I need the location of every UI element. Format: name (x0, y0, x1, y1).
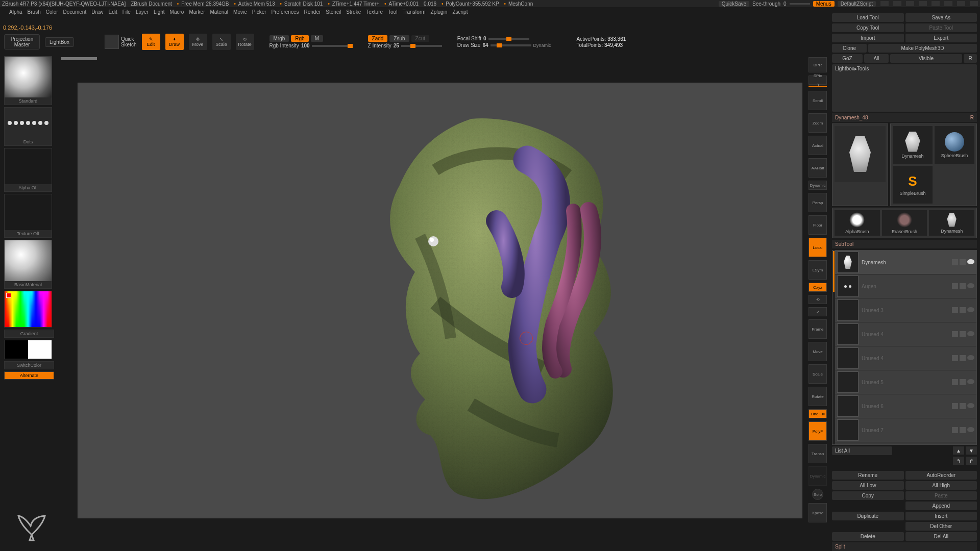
subtool-eye-icon[interactable] (967, 427, 974, 432)
menu-alpha[interactable]: Alpha (9, 9, 22, 15)
insert-button[interactable]: Insert (905, 512, 977, 520)
gradient-toggle[interactable]: Gradient (4, 330, 54, 338)
goz-button[interactable]: GoZ (832, 54, 863, 63)
make-polymesh3d-button[interactable]: Make PolyMesh3D (868, 44, 977, 53)
window-layout1-icon[interactable] (880, 1, 889, 6)
subtool-row[interactable]: Augen (835, 274, 976, 298)
color-gradient-icon[interactable] (5, 291, 52, 327)
subtool-brush-icon[interactable] (960, 283, 966, 289)
subtool-eye-icon[interactable] (967, 259, 974, 264)
subtool-paint-icon[interactable] (952, 259, 958, 265)
menu-document[interactable]: Document (63, 9, 87, 15)
copy-tool-button[interactable]: Copy Tool (832, 23, 904, 32)
linefill-toggle[interactable]: Line Fill (808, 409, 827, 418)
subtool-paint-icon[interactable] (952, 331, 958, 337)
subtool-paint-icon[interactable] (952, 427, 958, 433)
focal-shift-slider[interactable] (488, 38, 529, 40)
all-low-button[interactable]: All Low (832, 481, 904, 490)
menu-movie[interactable]: Movie (233, 9, 247, 15)
actual-button[interactable]: Actual (808, 136, 827, 155)
default-zscript[interactable]: DefaultZScript (838, 1, 876, 7)
stroke-tile[interactable]: Dots (4, 107, 52, 146)
menu-picker[interactable]: Picker (252, 9, 266, 15)
menu-zscript[interactable]: Zscript (452, 9, 468, 15)
current-tool-r[interactable]: R (970, 115, 974, 120)
texture-tile[interactable]: Texture Off (4, 194, 52, 238)
list-all-button[interactable]: List All (832, 446, 892, 455)
viewport[interactable] (78, 83, 802, 518)
persp-button[interactable]: Persp (808, 193, 827, 212)
subtool-brush-icon[interactable] (960, 259, 966, 265)
draw-button[interactable]: ✦Draw (165, 34, 184, 50)
menu-render[interactable]: Render (304, 9, 321, 15)
window-layout3-icon[interactable] (906, 1, 914, 6)
subtool-header[interactable]: SubTool (832, 240, 977, 248)
menu-light[interactable]: Light (154, 9, 165, 15)
close-icon[interactable] (970, 1, 978, 6)
transp-button[interactable]: Transp (808, 444, 827, 463)
tool-spherebrush[interactable]: SphereBrush (935, 126, 974, 164)
move-view-button[interactable]: Move (808, 342, 827, 361)
duplicate-button[interactable]: Duplicate (832, 512, 904, 520)
menus-button[interactable]: Menus (813, 1, 835, 7)
menu-tool[interactable]: Tool (388, 9, 397, 15)
projection-master-button[interactable]: Projection Master (4, 34, 40, 49)
cxyz-button[interactable]: Cxyz (808, 283, 827, 292)
lightbox-button[interactable]: LightBox (45, 37, 74, 47)
append-button[interactable]: Append (905, 502, 977, 510)
subtool-brush-icon[interactable] (960, 403, 966, 409)
clone-button[interactable]: Clone (832, 44, 867, 53)
menu-preferences[interactable]: Preferences (272, 9, 299, 15)
rgb-intensity-slider[interactable] (312, 45, 353, 47)
edit-button[interactable]: ✎Edit (142, 34, 160, 50)
move-in-button[interactable]: ↰ (953, 457, 964, 465)
window-layout5-icon[interactable] (932, 1, 940, 6)
paste-subtool-button[interactable]: Paste (905, 491, 977, 500)
all-high-button[interactable]: All High (905, 481, 977, 490)
move-out-button[interactable]: ↱ (966, 457, 977, 465)
draw-size-slider[interactable] (491, 44, 531, 46)
menu-zplugin[interactable]: Zplugin (431, 9, 448, 15)
solo-button[interactable]: Solo (812, 489, 823, 500)
rename-button[interactable]: Rename (832, 471, 904, 480)
zsub-toggle[interactable]: Zsub (389, 35, 409, 42)
menu-marker[interactable]: Marker (189, 9, 205, 15)
mirror1-button[interactable]: ⟲ (808, 295, 827, 304)
subtool-eye-icon[interactable] (967, 403, 974, 408)
tool-simplebrush[interactable]: SSimpleBrush (893, 166, 933, 204)
subtool-row[interactable]: Dynamesh (835, 251, 976, 274)
import-button[interactable]: Import (832, 34, 904, 42)
subtool-brush-icon[interactable] (960, 331, 966, 337)
dynamic2-button[interactable]: Dynamic (808, 466, 827, 486)
seethrough-slider[interactable] (790, 3, 810, 5)
menu-stroke[interactable]: Stroke (346, 9, 361, 15)
subtool-eye-icon[interactable] (967, 355, 974, 360)
menu-texture[interactable]: Texture (366, 9, 383, 15)
split-section[interactable]: Split (832, 542, 977, 551)
alternate-button[interactable]: Alternate (4, 371, 54, 380)
rotate-button[interactable]: ↻Rotate (236, 34, 254, 50)
autoreorder-button[interactable]: AutoReorder (905, 471, 977, 480)
save-as-button[interactable]: Save As (905, 13, 977, 22)
menu-material[interactable]: Material (210, 9, 229, 15)
minimize-icon[interactable] (944, 1, 952, 6)
subtool-eye-icon[interactable] (967, 331, 974, 336)
rgb-toggle[interactable]: Rgb (291, 35, 308, 42)
subtool-paint-icon[interactable] (952, 355, 958, 361)
dynamic-toggle[interactable]: Dynamic (808, 181, 827, 190)
menu-macro[interactable]: Macro (170, 9, 184, 15)
subtool-paint-icon[interactable] (952, 283, 958, 289)
swatch-white[interactable] (28, 340, 52, 359)
xpose-button[interactable]: Xpose (808, 503, 827, 522)
rotate-view-button[interactable]: Rotate (808, 387, 827, 406)
lsym-button[interactable]: LSym (808, 260, 827, 280)
quicksave-button[interactable]: QuickSave (719, 1, 749, 7)
mrgb-toggle[interactable]: Mrgb (270, 35, 289, 42)
subtool-row[interactable]: Unused 6 (835, 394, 976, 418)
subtool-row[interactable]: Unused 5 (835, 370, 976, 394)
aahalf-button[interactable]: AAHalf (808, 158, 827, 178)
subtool-eye-icon[interactable] (967, 283, 974, 288)
subtool-brush-icon[interactable] (960, 355, 966, 361)
menu-color[interactable]: Color (46, 9, 58, 15)
menu-draw[interactable]: Draw (91, 9, 103, 15)
